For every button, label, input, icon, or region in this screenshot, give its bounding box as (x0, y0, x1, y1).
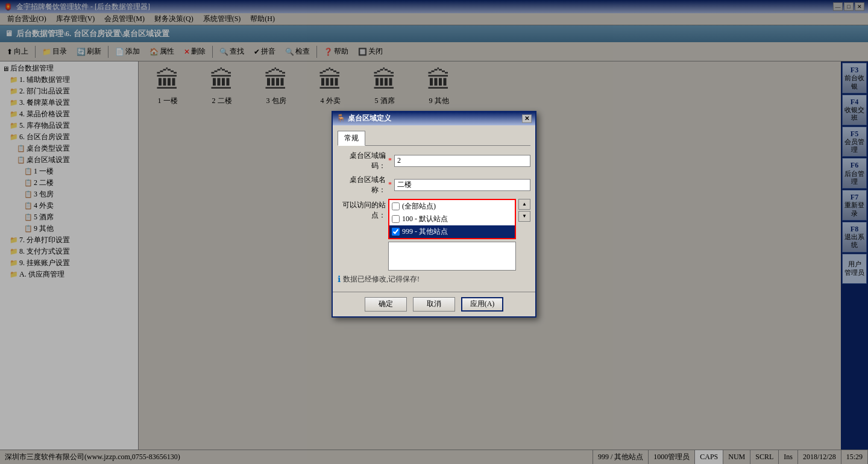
notice-text: 数据已经修改,记得保存! (343, 274, 420, 284)
code-required-star: * (388, 156, 392, 165)
scroll-down-button[interactable]: ▼ (518, 211, 530, 222)
scroll-up-button[interactable]: ▲ (518, 199, 530, 210)
station-checkbox-100[interactable] (392, 215, 400, 223)
notice-row: ℹ 数据已经修改,记得保存! (338, 274, 530, 284)
dialog-apply-button[interactable]: 应用(A) (461, 297, 503, 312)
dialog-title-bar: 🪑 桌台区域定义 ✕ (333, 112, 535, 125)
dialog-tab-row: 常规 (338, 130, 530, 146)
dialog-body: 常规 桌台区域编码： * 桌台区域名称： * 可以访问的站点： (333, 125, 535, 292)
notice-icon: ℹ (338, 274, 341, 284)
station-item-999[interactable]: 999 - 其他站点 (389, 225, 515, 238)
dialog-close-button[interactable]: ✕ (522, 114, 532, 123)
extra-list-area (388, 242, 516, 271)
station-listbox[interactable]: (全部站点) 100 - 默认站点 999 - 其他站点 (388, 199, 516, 239)
form-row-name: 桌台区域名称： * (338, 175, 530, 195)
dialog: 🪑 桌台区域定义 ✕ 常规 桌台区域编码： * 桌台区域名称： * (332, 111, 536, 318)
dialog-footer: 确定 取消 应用(A) (333, 292, 535, 316)
station-label: 可以访问的站点： (338, 199, 386, 271)
dialog-title: 桌台区域定义 (348, 113, 391, 124)
name-required-star: * (388, 180, 392, 189)
tab-general[interactable]: 常规 (338, 131, 365, 146)
dialog-confirm-button[interactable]: 确定 (365, 297, 407, 312)
code-label: 桌台区域编码： (338, 151, 386, 171)
modal-overlay: 🪑 桌台区域定义 ✕ 常规 桌台区域编码： * 桌台区域名称： * (0, 0, 868, 464)
station-item-all[interactable]: (全部站点) (389, 200, 515, 213)
station-container: 可以访问的站点： (全部站点) 100 - 默认站点 9 (338, 199, 530, 271)
name-label: 桌台区域名称： (338, 175, 386, 195)
dialog-cancel-button[interactable]: 取消 (413, 297, 455, 312)
station-checkbox-all[interactable] (392, 202, 400, 210)
station-item-100[interactable]: 100 - 默认站点 (389, 213, 515, 225)
station-checkbox-999[interactable] (392, 228, 400, 236)
dialog-icon: 🪑 (336, 114, 345, 123)
scroll-buttons: ▲ ▼ (518, 199, 530, 271)
form-row-code: 桌台区域编码： * (338, 151, 530, 171)
code-input[interactable] (394, 155, 530, 167)
name-input[interactable] (394, 179, 530, 191)
